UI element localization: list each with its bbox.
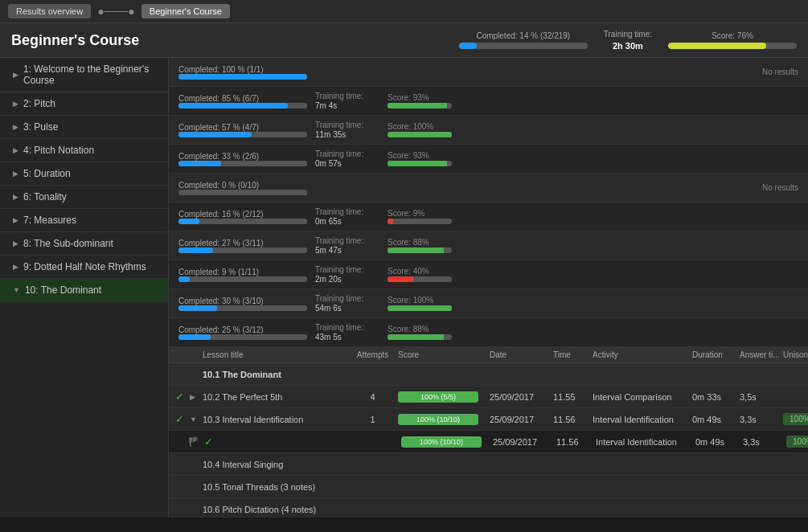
training-8: Training time: 2m 20s: [315, 265, 379, 284]
progress-row-6: Completed: 16 % (2/12) Training time: 0m…: [169, 203, 808, 231]
col-header-title: Lesson title: [203, 350, 347, 359]
sidebar-item-pitch-notation[interactable]: ▶ 4: Pitch Notation: [0, 139, 168, 162]
lesson-row-106[interactable]: 10.6 Pitch Dictation (4 notes): [169, 498, 808, 518]
date-103b: 25/09/2017: [493, 437, 553, 447]
completed-label: Completed: 14 % (32/219): [476, 31, 570, 40]
col-header-score: Score: [398, 350, 486, 359]
training-7: Training time: 5m 47s: [315, 236, 379, 255]
progress-row-5: Completed: 0 % (0/10) No results: [169, 174, 808, 203]
progress-bar-10: Completed: 25 % (3/12): [178, 325, 307, 340]
sidebar-label-8: 8: The Sub-dominant: [23, 238, 113, 249]
lesson-row-102[interactable]: ✓ ▶ 10.2 The Perfect 5th 4 100% (5/5) 25…: [169, 386, 808, 408]
score-bar-103b: 100% (10/10): [401, 436, 482, 448]
col-header-answer: Answer ti...: [740, 350, 780, 359]
sidebar-item-duration[interactable]: ▶ 5: Duration: [0, 162, 168, 186]
date-102: 25/09/2017: [490, 392, 550, 402]
training-10: Training time: 43m 5s: [315, 323, 379, 342]
sidebar-label-6: 6: Tonality: [23, 191, 67, 203]
sidebar-label-10: 10: The Dominant: [25, 284, 101, 296]
completed-4: Completed: 33 % (2/6): [178, 152, 307, 161]
date-103: 25/09/2017: [490, 415, 550, 424]
sidebar-arrow-4: ▶: [13, 146, 18, 154]
lesson-row-105[interactable]: 10.5 Tonal Threads (3 notes): [169, 476, 808, 498]
training-3: Training time: 11m 35s: [315, 121, 379, 139]
sidebar-arrow-10: ▼: [13, 286, 20, 294]
score-10: Score: 88%: [388, 325, 468, 340]
score-col-103b: 100% (10/10): [401, 436, 490, 448]
answer-103: 3,3s: [740, 415, 780, 424]
breadcrumb-arrow: ●───●: [97, 5, 135, 18]
duration-103b: 0m 49s: [695, 437, 740, 447]
progress-row-4: Completed: 33 % (2/6) Training time: 0m …: [169, 145, 808, 174]
completed-8: Completed: 9 % (1/11): [178, 268, 307, 276]
sidebar-item-pulse[interactable]: ▶ 3: Pulse: [0, 116, 168, 139]
progress-bar-3: Completed: 57 % (4/7): [178, 123, 307, 137]
time-102: 11.55: [553, 392, 589, 402]
training-4: Training time: 0m 57s: [315, 149, 379, 168]
progress-bar-1: Completed: 100 % (1/1): [178, 65, 307, 80]
sidebar-label-5: 5: Duration: [23, 168, 71, 179]
training-label: Training time:: [604, 30, 652, 39]
attempts-102: 4: [351, 392, 395, 402]
sidebar-item-measures[interactable]: ▶ 7: Measures: [0, 209, 168, 232]
col-header-unison: Unison: [783, 350, 808, 359]
completed-bar: [459, 43, 588, 49]
progress-row-2: Completed: 85 % (6/7) Training time: 7m …: [169, 87, 808, 116]
sidebar-arrow-1: ▶: [13, 71, 18, 79]
page-header: Beginner's Course Completed: 14 % (32/21…: [0, 23, 808, 58]
completed-10: Completed: 25 % (3/12): [178, 325, 307, 334]
score-label-103b: 100% (10/10): [420, 438, 463, 446]
progress-bar-8: Completed: 9 % (1/11): [178, 268, 307, 282]
progress-bar-2: Completed: 85 % (6/7): [178, 94, 307, 108]
score-bar: [668, 43, 797, 49]
answer-102: 3,5s: [740, 392, 780, 402]
page-title: Beginner's Course: [11, 32, 459, 49]
expand-icon-102[interactable]: ▶: [190, 393, 199, 401]
lesson-label-106: 10.6 Pitch Dictation (4 notes): [203, 505, 347, 514]
sidebar-arrow-9: ▶: [13, 263, 18, 271]
sidebar-label-7: 7: Measures: [23, 215, 76, 226]
header-stats: Completed: 14 % (32/219) Training time: …: [459, 30, 797, 51]
lesson-label-105: 10.5 Tonal Threads (3 notes): [203, 482, 347, 492]
no-results-1: No results: [762, 68, 798, 76]
main-content: ▶ 1: Welcome to the Beginner's Course ▶ …: [0, 58, 808, 518]
progress-bar-4: Completed: 33 % (2/6): [178, 152, 307, 166]
completed-9: Completed: 30 % (3/10): [178, 297, 307, 305]
completed-bar-fill: [459, 43, 477, 49]
training-stat: Training time: 2h 30m: [604, 30, 652, 51]
sidebar-item-pitch[interactable]: ▶ 2: Pitch: [0, 92, 168, 116]
score-stat: Score: 76%: [668, 31, 797, 49]
score-label: Score: 76%: [712, 31, 753, 40]
lesson-row-101[interactable]: 10.1 The Dominant: [169, 363, 808, 386]
training-value: 2h 30m: [613, 41, 643, 51]
sidebar-arrow-6: ▶: [13, 193, 18, 201]
sidebar-label-4: 4: Pitch Notation: [23, 145, 94, 156]
lesson-label-101: 10.1 The Dominant: [203, 370, 347, 379]
progress-bar-5: Completed: 0 % (0/10): [178, 181, 307, 195]
col-header-date: Date: [490, 350, 550, 359]
score-6: Score: 9%: [388, 209, 468, 224]
completed-7: Completed: 27 % (3/11): [178, 239, 307, 248]
completed-2: Completed: 85 % (6/7): [178, 94, 307, 103]
activity-102: Interval Comparison: [593, 392, 689, 402]
sidebar-item-welcome[interactable]: ▶ 1: Welcome to the Beginner's Course: [0, 58, 168, 92]
lesson-row-103[interactable]: ✓ ▼ 10.3 Interval Identification 1 100% …: [169, 408, 808, 431]
completed-stat: Completed: 14 % (32/219): [459, 31, 588, 49]
sidebar-item-tonality[interactable]: ▶ 6: Tonality: [0, 186, 168, 209]
progress-row-10: Completed: 25 % (3/12) Training time: 43…: [169, 318, 808, 347]
score-col-103: 100% (10/10): [398, 414, 486, 425]
lesson-row-103b[interactable]: 🏴 ✓ 100% (10/10) 25/09/2017 11.56 Interv…: [169, 431, 808, 453]
score-7: Score: 88%: [388, 238, 468, 253]
sidebar-label-9: 9: Dotted Half Note Rhythms: [23, 261, 146, 272]
sidebar-item-dominant[interactable]: ▼ 10: The Dominant: [0, 279, 168, 302]
results-overview-button[interactable]: Results overview: [8, 4, 91, 18]
lesson-row-104[interactable]: 10.4 Interval Singing: [169, 453, 808, 476]
sidebar-item-subdominant[interactable]: ▶ 8: The Sub-dominant: [0, 232, 168, 256]
sidebar-item-dotted[interactable]: ▶ 9: Dotted Half Note Rhythms: [0, 256, 168, 279]
top-bar: Results overview ●───● Beginner's Course: [0, 0, 808, 23]
score-4: Score: 93%: [388, 151, 468, 166]
expand-icon-103[interactable]: ▼: [190, 415, 199, 424]
score-col-102: 100% (5/5): [398, 391, 486, 403]
unison-103b: 100% (2/2): [786, 436, 808, 448]
completed-6: Completed: 16 % (2/12): [178, 210, 307, 219]
